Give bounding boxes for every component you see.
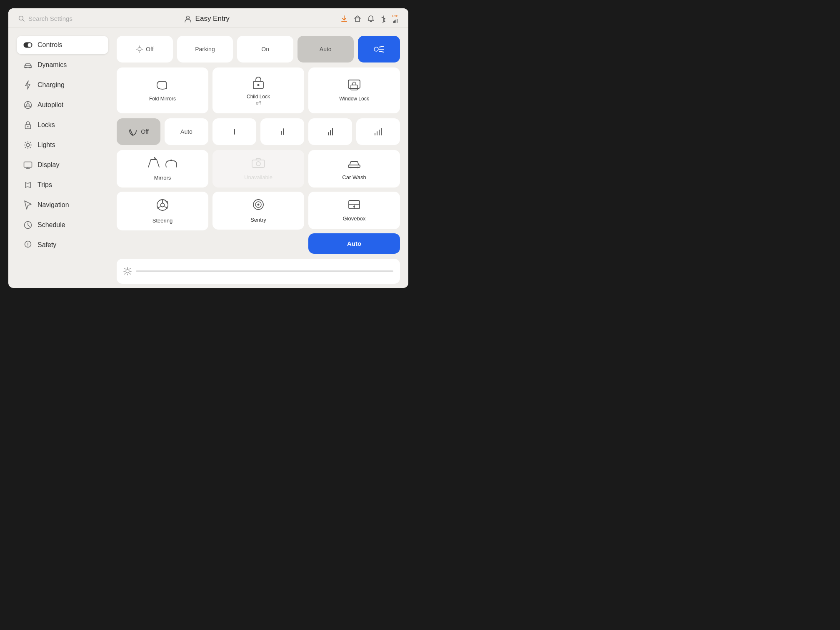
content-area: Off Parking On Auto [117,36,400,284]
child-lock-button[interactable]: Child Lock off [212,68,304,113]
svg-line-73 [130,268,130,269]
wiper-speed4-button[interactable] [356,118,400,145]
sidebar-item-label: Charging [38,81,65,89]
safety-icon [23,240,32,250]
light-auto-button[interactable]: Auto [298,36,354,62]
navigation-icon [23,200,32,210]
sidebar-item-trips[interactable]: Trips [17,176,108,194]
window-lock-icon [348,79,361,93]
high-beam-icon [373,45,385,53]
steering-wheel-icon [23,100,32,110]
brightness-slider[interactable] [136,270,393,272]
header-title-area: Easy Entry [184,15,230,23]
wiper-speed2-icon [281,128,284,135]
brightness-row [117,259,400,284]
steering-button[interactable]: Steering [117,192,208,230]
search-bar[interactable]: Search Settings [18,15,72,22]
car-wash-icon [347,158,361,171]
sidebar-item-label: Display [38,161,59,169]
display-icon [23,160,32,170]
wiper-speed3-button[interactable] [308,118,352,145]
lock-icon [23,120,32,130]
sidebar-item-label: Trips [38,181,52,189]
wiper-controls-row: Off Auto [117,118,400,145]
child-lock-sub: off [256,100,261,105]
car-wash-button[interactable]: Car Wash [308,150,400,188]
light-on-button[interactable]: On [237,36,293,62]
toggle-icon [23,40,32,50]
svg-point-10 [29,67,31,68]
light-off-label: Off [146,46,153,52]
fold-mirrors-button[interactable]: Fold Mirrors [117,68,208,113]
sidebar-item-autopilot[interactable]: Autopilot [17,96,108,114]
steering-label: Steering [152,218,172,224]
sidebar-item-schedule[interactable]: Schedule [17,216,108,234]
search-placeholder: Search Settings [28,15,72,22]
sidebar-item-controls[interactable]: Controls [17,36,108,54]
main-content: Controls Dynamics [8,28,408,288]
sidebar-item-safety[interactable]: Safety [17,236,108,254]
svg-point-32 [138,48,141,51]
sidebar-item-navigation[interactable]: Navigation [17,196,108,214]
svg-point-9 [25,67,27,68]
svg-point-65 [353,206,355,208]
mirrors-icon [147,157,179,171]
mirrors-label: Mirrors [154,175,171,181]
sidebar-item-lights[interactable]: Lights [17,136,108,154]
svg-line-25 [30,142,31,143]
child-lock-label: Child Lock [247,94,270,100]
car-icon [23,60,32,70]
unavailable-button: Unavailable [212,150,304,188]
light-off-button[interactable]: Off [117,36,173,62]
sidebar-item-label: Navigation [38,201,69,209]
wiper-speed1-button[interactable] [212,118,256,145]
svg-point-12 [27,104,29,106]
download-icon [340,15,348,22]
search-icon [18,15,25,22]
svg-line-72 [130,273,130,274]
svg-line-40 [379,51,384,52]
svg-line-39 [379,46,384,47]
svg-rect-59 [348,165,360,168]
wiper-speed2-button[interactable] [260,118,304,145]
schedule-icon [23,220,32,230]
sidebar-item-dynamics[interactable]: Dynamics [17,56,108,74]
glovebox-icon [348,200,360,212]
svg-rect-44 [351,85,358,90]
bolt-icon [23,80,32,90]
steering-adjust-icon [156,198,169,214]
svg-line-71 [125,268,125,269]
sentry-icon [252,198,265,213]
controls-grid-row: Mirrors [117,150,400,254]
wiper-off-button[interactable]: Off [117,118,160,145]
auto-button-label: Auto [347,240,361,247]
sidebar-item-label: Lights [38,141,55,149]
svg-rect-27 [24,162,32,168]
trips-icon [23,180,32,190]
sidebar-item-display[interactable]: Display [17,156,108,174]
wiper-auto-button[interactable]: Auto [165,118,208,145]
sidebar-item-charging[interactable]: Charging [17,76,108,94]
mirrors-button[interactable]: Mirrors [117,150,208,188]
sentry-button[interactable]: Sentry [212,192,304,230]
window-lock-button[interactable]: Window Lock [308,68,400,113]
page-title: Easy Entry [195,15,230,23]
brightness-icon [123,267,132,275]
fold-mirrors-icon [155,79,170,93]
svg-point-60 [350,167,352,168]
auto-button[interactable]: Auto [308,233,400,254]
sidebar: Controls Dynamics [17,36,108,284]
light-parking-button[interactable]: Parking [177,36,233,62]
glovebox-button[interactable]: Glovebox [308,192,400,229]
light-on-label: On [261,46,269,52]
sidebar-item-locks[interactable]: Locks [17,116,108,134]
svg-line-23 [25,142,26,143]
high-beam-button[interactable] [358,36,400,62]
header-icons: LTE [340,14,398,23]
sidebar-item-label: Schedule [38,221,65,229]
svg-rect-54 [252,160,265,168]
bluetooth-icon [380,15,386,22]
svg-point-17 [28,126,29,128]
camera-icon [251,158,265,171]
sidebar-item-label: Autopilot [38,101,63,109]
